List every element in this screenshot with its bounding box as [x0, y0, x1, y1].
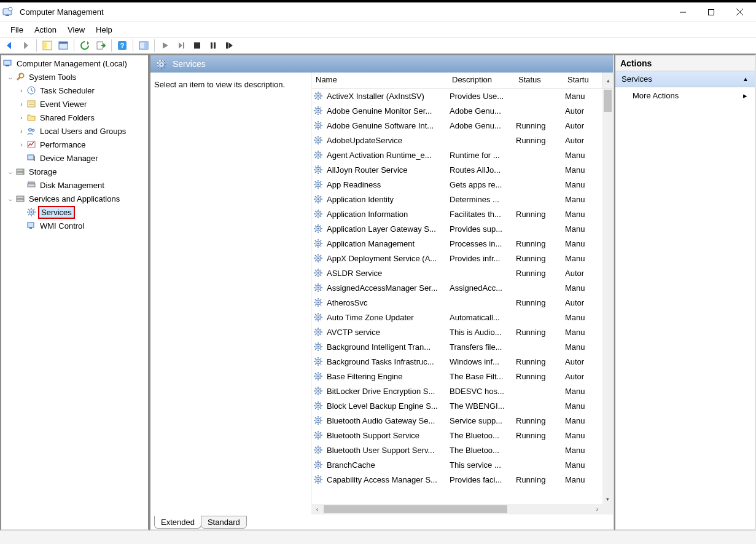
forward-button[interactable]	[18, 38, 33, 53]
service-desc: This service ...	[446, 460, 512, 470]
menu-file[interactable]: File	[5, 23, 29, 36]
service-row[interactable]: Block Level Backup Engine S...The WBENGI…	[312, 398, 602, 413]
show-hide-tree-button[interactable]	[40, 38, 55, 53]
actions-panel: Actions Services ▲ More Actions ▸	[614, 54, 756, 530]
help-button[interactable]: ?	[115, 38, 130, 53]
tree-disk-management[interactable]: Disk Management	[38, 180, 106, 191]
service-name: AllJoyn Router Service	[323, 165, 446, 175]
tree-local-users[interactable]: Local Users and Groups	[38, 126, 128, 136]
service-row[interactable]: AllJoyn Router ServiceRoutes AllJo...Man…	[312, 162, 602, 177]
service-startup: Manu	[561, 460, 602, 470]
service-row[interactable]: AppX Deployment Service (A...Provides in…	[312, 251, 602, 266]
service-row[interactable]: BitLocker Drive Encryption S...BDESVC ho…	[312, 384, 602, 398]
tree-wmi-control[interactable]: WMI Control	[38, 221, 86, 231]
service-row[interactable]: Background Tasks Infrastruc...Windows in…	[312, 354, 602, 369]
tab-standard[interactable]: Standard	[201, 516, 247, 529]
service-row[interactable]: Auto Time Zone UpdaterAutomaticall...Man…	[312, 310, 602, 325]
pause-button[interactable]	[206, 38, 220, 53]
tree-system-tools[interactable]: System Tools	[27, 72, 78, 82]
tree-services-apps[interactable]: Services and Applications	[27, 194, 122, 204]
service-row[interactable]: Capability Access Manager S...Provides f…	[312, 472, 602, 487]
service-row[interactable]: Background Intelligent Tran...Transfers …	[312, 339, 602, 354]
refresh-button[interactable]	[77, 38, 92, 53]
stop-button[interactable]	[190, 38, 205, 53]
tree-services[interactable]: Services	[38, 206, 75, 219]
start-step-button[interactable]	[174, 38, 189, 53]
restart-button[interactable]	[222, 38, 236, 53]
scroll-down-icon[interactable]: ▾	[602, 494, 613, 504]
svg-rect-3	[6, 15, 9, 16]
service-startup: Manu	[561, 151, 602, 160]
collapse-icon[interactable]: ⌵	[6, 195, 15, 202]
tree-performance[interactable]: Performance	[38, 140, 87, 150]
scroll-up-icon[interactable]: ▴	[602, 73, 613, 88]
minimize-button[interactable]	[669, 3, 697, 22]
back-button[interactable]	[2, 38, 17, 53]
column-status[interactable]: Status	[515, 73, 564, 88]
scroll-right-icon[interactable]: ›	[592, 504, 602, 514]
service-name: AdobeUpdateService	[323, 136, 446, 145]
vertical-scrollbar[interactable]: ▾	[602, 89, 613, 504]
collapse-icon[interactable]: ⌵	[6, 168, 15, 175]
service-row[interactable]: Application Layer Gateway S...Provides s…	[312, 221, 602, 236]
service-row[interactable]: Bluetooth Support ServiceThe Bluetoo...R…	[312, 428, 602, 443]
tree-shared-folders[interactable]: Shared Folders	[38, 112, 96, 123]
service-row[interactable]: App ReadinessGets apps re...Manu	[312, 177, 602, 192]
service-row[interactable]: Bluetooth Audio Gateway Se...Service sup…	[312, 413, 602, 428]
column-startup[interactable]: Startu	[564, 73, 602, 88]
collapse-icon[interactable]: ⌵	[6, 74, 15, 81]
service-row[interactable]: ActiveX Installer (AxInstSV)Provides Use…	[312, 89, 602, 103]
close-button[interactable]	[725, 3, 754, 22]
service-row[interactable]: Adobe Genuine Software Int...Adobe Genu.…	[312, 118, 602, 133]
service-row[interactable]: Base Filtering EngineThe Base Filt...Run…	[312, 369, 602, 384]
column-name[interactable]: Name	[312, 73, 448, 88]
service-row[interactable]: Application InformationFacilitates th...…	[312, 207, 602, 221]
services-list[interactable]: ActiveX Installer (AxInstSV)Provides Use…	[312, 89, 602, 514]
service-row[interactable]: AdobeUpdateServiceRunningAutor	[312, 133, 602, 148]
tree-event-viewer[interactable]: Event Viewer	[38, 99, 88, 109]
actions-section[interactable]: Services ▲	[615, 71, 755, 87]
service-row[interactable]: AVCTP serviceThis is Audio...RunningManu	[312, 325, 602, 339]
menu-action[interactable]: Action	[29, 23, 62, 36]
service-status: Running	[512, 475, 561, 484]
horizontal-scrollbar[interactable]: ‹ ›	[312, 504, 602, 514]
service-row[interactable]: Agent Activation Runtime_e...Runtime for…	[312, 148, 602, 162]
properties-button[interactable]	[56, 38, 71, 53]
service-startup: Autor	[561, 357, 602, 366]
service-name: AVCTP service	[323, 328, 446, 337]
start-button[interactable]	[158, 38, 173, 53]
more-actions-item[interactable]: More Actions ▸	[615, 87, 755, 104]
service-row[interactable]: AtherosSvcRunningAutor	[312, 295, 602, 310]
service-row[interactable]: Application IdentityDetermines ...Manu	[312, 192, 602, 207]
service-row[interactable]: AssignedAccessManager Ser...AssignedAcc.…	[312, 280, 602, 295]
service-desc: Transfers file...	[446, 342, 512, 352]
service-startup: Manu	[561, 328, 602, 337]
scrollbar-thumb[interactable]	[604, 90, 612, 112]
service-row[interactable]: ASLDR ServiceRunningAutor	[312, 266, 602, 280]
service-row[interactable]: Application ManagementProcesses in...Run…	[312, 236, 602, 251]
navigation-tree[interactable]: Computer Management (Local) ⌵ System Too…	[0, 54, 149, 530]
expand-icon[interactable]: ›	[17, 114, 26, 121]
svg-rect-20	[211, 42, 212, 49]
scrollbar-thumb[interactable]	[324, 505, 507, 513]
menu-view[interactable]: View	[62, 23, 90, 36]
scroll-left-icon[interactable]: ‹	[312, 504, 322, 514]
expand-icon[interactable]: ›	[17, 128, 26, 135]
gear-icon	[312, 312, 323, 322]
tab-extended[interactable]: Extended	[154, 516, 201, 529]
export-button[interactable]	[93, 38, 108, 53]
expand-icon[interactable]: ›	[17, 101, 26, 108]
service-row[interactable]: BranchCacheThis service ...Manu	[312, 457, 602, 472]
tree-storage[interactable]: Storage	[27, 167, 59, 177]
expand-icon[interactable]: ›	[17, 87, 26, 94]
tree-device-manager[interactable]: Device Manager	[38, 153, 100, 164]
expand-icon[interactable]: ›	[17, 141, 26, 148]
column-description[interactable]: Description	[448, 73, 515, 88]
tree-root[interactable]: Computer Management (Local)	[15, 58, 129, 69]
toggle-pane-button[interactable]	[136, 38, 151, 53]
service-row[interactable]: Adobe Genuine Monitor Ser...Adobe Genu..…	[312, 103, 602, 118]
menu-help[interactable]: Help	[90, 23, 118, 36]
tree-task-scheduler[interactable]: Task Scheduler	[38, 85, 96, 96]
maximize-button[interactable]	[697, 3, 725, 22]
service-row[interactable]: Bluetooth User Support Serv...The Blueto…	[312, 443, 602, 457]
